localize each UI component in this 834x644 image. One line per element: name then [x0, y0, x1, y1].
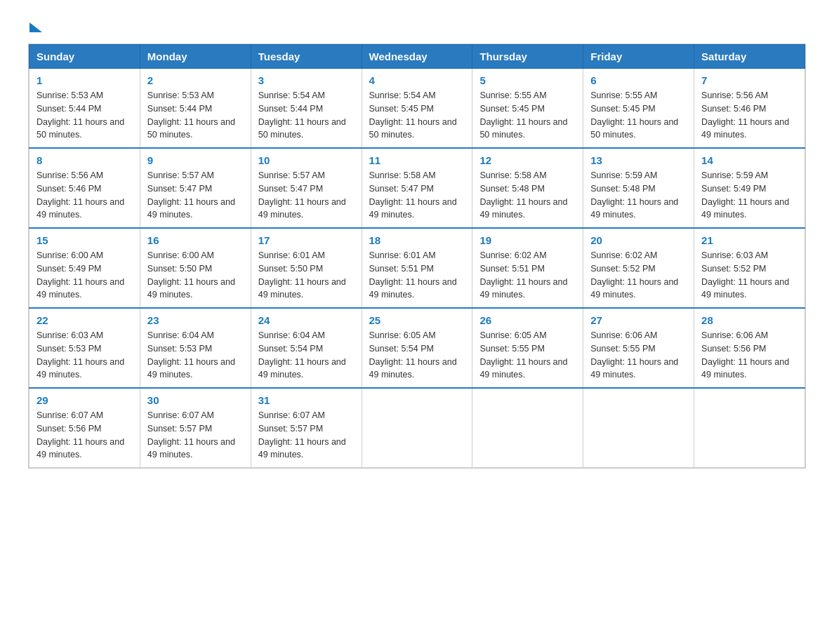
- daylight-label: Daylight: 11 hours and 49 minutes.: [147, 357, 235, 380]
- day-cell: 25 Sunrise: 6:05 AM Sunset: 5:54 PM Dayl…: [362, 308, 472, 388]
- sunset-label: Sunset: 5:48 PM: [479, 184, 544, 194]
- daylight-label: Daylight: 11 hours and 49 minutes.: [369, 197, 457, 220]
- sunrise-label: Sunrise: 5:59 AM: [590, 170, 657, 180]
- sunset-label: Sunset: 5:51 PM: [479, 264, 544, 274]
- day-cell: 16 Sunrise: 6:00 AM Sunset: 5:50 PM Dayl…: [140, 228, 251, 308]
- daylight-label: Daylight: 11 hours and 49 minutes.: [479, 277, 567, 300]
- day-cell: 14 Sunrise: 5:59 AM Sunset: 5:49 PM Dayl…: [694, 148, 805, 228]
- day-info: Sunrise: 6:02 AM Sunset: 5:52 PM Dayligh…: [590, 249, 687, 302]
- daylight-label: Daylight: 11 hours and 50 minutes.: [258, 117, 346, 140]
- day-cell: 5 Sunrise: 5:55 AM Sunset: 5:45 PM Dayli…: [472, 69, 583, 149]
- daylight-label: Daylight: 11 hours and 49 minutes.: [369, 357, 457, 380]
- daylight-label: Daylight: 11 hours and 49 minutes.: [147, 437, 235, 460]
- day-info: Sunrise: 6:03 AM Sunset: 5:52 PM Dayligh…: [701, 249, 797, 302]
- column-header-thursday: Thursday: [472, 45, 583, 69]
- day-cell: 19 Sunrise: 6:02 AM Sunset: 5:51 PM Dayl…: [472, 228, 583, 308]
- day-cell: 21 Sunrise: 6:03 AM Sunset: 5:52 PM Dayl…: [694, 228, 805, 308]
- day-cell: 11 Sunrise: 5:58 AM Sunset: 5:47 PM Dayl…: [362, 148, 472, 228]
- daylight-label: Daylight: 11 hours and 50 minutes.: [369, 117, 457, 140]
- day-info: Sunrise: 5:55 AM Sunset: 5:45 PM Dayligh…: [479, 89, 576, 142]
- day-info: Sunrise: 6:04 AM Sunset: 5:53 PM Dayligh…: [147, 329, 244, 382]
- column-header-monday: Monday: [140, 45, 251, 69]
- daylight-label: Daylight: 11 hours and 49 minutes.: [147, 197, 235, 220]
- day-number: 1: [37, 74, 133, 86]
- day-cell: 12 Sunrise: 5:58 AM Sunset: 5:48 PM Dayl…: [472, 148, 583, 228]
- day-number: 14: [701, 154, 797, 166]
- day-cell: [472, 388, 583, 468]
- daylight-label: Daylight: 11 hours and 49 minutes.: [590, 197, 678, 220]
- sunrise-label: Sunrise: 6:07 AM: [258, 410, 325, 420]
- day-cell: 28 Sunrise: 6:06 AM Sunset: 5:56 PM Dayl…: [694, 308, 805, 388]
- sunset-label: Sunset: 5:56 PM: [37, 424, 101, 434]
- column-header-tuesday: Tuesday: [251, 45, 362, 69]
- day-number: 17: [258, 234, 355, 246]
- sunset-label: Sunset: 5:50 PM: [147, 264, 212, 274]
- sunrise-label: Sunrise: 5:58 AM: [479, 170, 546, 180]
- day-info: Sunrise: 6:06 AM Sunset: 5:55 PM Dayligh…: [590, 329, 687, 382]
- daylight-label: Daylight: 11 hours and 49 minutes.: [147, 277, 235, 300]
- daylight-label: Daylight: 11 hours and 49 minutes.: [479, 357, 567, 380]
- day-number: 13: [590, 154, 687, 166]
- column-header-saturday: Saturday: [694, 45, 805, 69]
- sunset-label: Sunset: 5:47 PM: [258, 184, 323, 194]
- day-number: 6: [590, 74, 687, 86]
- day-number: 26: [479, 314, 576, 326]
- day-cell: 31 Sunrise: 6:07 AM Sunset: 5:57 PM Dayl…: [251, 388, 362, 468]
- sunset-label: Sunset: 5:54 PM: [369, 344, 434, 354]
- day-cell: 3 Sunrise: 5:54 AM Sunset: 5:44 PM Dayli…: [251, 69, 362, 149]
- sunrise-label: Sunrise: 6:02 AM: [479, 250, 546, 260]
- sunrise-label: Sunrise: 5:58 AM: [369, 170, 436, 180]
- day-info: Sunrise: 6:01 AM Sunset: 5:50 PM Dayligh…: [258, 249, 355, 302]
- sunrise-label: Sunrise: 5:59 AM: [701, 170, 768, 180]
- day-number: 18: [369, 234, 465, 246]
- sunset-label: Sunset: 5:55 PM: [479, 344, 544, 354]
- day-info: Sunrise: 6:02 AM Sunset: 5:51 PM Dayligh…: [479, 249, 576, 302]
- sunset-label: Sunset: 5:57 PM: [258, 424, 323, 434]
- daylight-label: Daylight: 11 hours and 49 minutes.: [37, 437, 124, 460]
- day-cell: 18 Sunrise: 6:01 AM Sunset: 5:51 PM Dayl…: [362, 228, 472, 308]
- sunset-label: Sunset: 5:52 PM: [590, 264, 655, 274]
- sunset-label: Sunset: 5:46 PM: [37, 184, 101, 194]
- week-row-2: 8 Sunrise: 5:56 AM Sunset: 5:46 PM Dayli…: [29, 148, 805, 228]
- sunrise-label: Sunrise: 5:57 AM: [258, 170, 325, 180]
- day-info: Sunrise: 5:56 AM Sunset: 5:46 PM Dayligh…: [37, 169, 133, 222]
- week-row-1: 1 Sunrise: 5:53 AM Sunset: 5:44 PM Dayli…: [29, 69, 805, 149]
- daylight-label: Daylight: 11 hours and 49 minutes.: [37, 357, 124, 380]
- day-cell: 8 Sunrise: 5:56 AM Sunset: 5:46 PM Dayli…: [29, 148, 140, 228]
- day-info: Sunrise: 5:57 AM Sunset: 5:47 PM Dayligh…: [147, 169, 244, 222]
- day-number: 22: [37, 314, 133, 326]
- sunrise-label: Sunrise: 6:03 AM: [701, 250, 768, 260]
- sunrise-label: Sunrise: 6:04 AM: [258, 330, 325, 340]
- sunrise-label: Sunrise: 6:06 AM: [590, 330, 657, 340]
- daylight-label: Daylight: 11 hours and 49 minutes.: [369, 277, 457, 300]
- day-info: Sunrise: 5:57 AM Sunset: 5:47 PM Dayligh…: [258, 169, 355, 222]
- calendar: SundayMondayTuesdayWednesdayThursdayFrid…: [28, 43, 806, 469]
- sunrise-label: Sunrise: 6:06 AM: [701, 330, 768, 340]
- day-number: 8: [37, 154, 133, 166]
- day-cell: 4 Sunrise: 5:54 AM Sunset: 5:45 PM Dayli…: [362, 69, 472, 149]
- day-number: 10: [258, 154, 355, 166]
- day-cell: 26 Sunrise: 6:05 AM Sunset: 5:55 PM Dayl…: [472, 308, 583, 388]
- column-header-friday: Friday: [583, 45, 694, 69]
- day-number: 2: [147, 74, 244, 86]
- day-number: 20: [590, 234, 687, 246]
- sunset-label: Sunset: 5:45 PM: [369, 104, 434, 114]
- sunrise-label: Sunrise: 6:05 AM: [369, 330, 436, 340]
- sunset-label: Sunset: 5:47 PM: [369, 184, 434, 194]
- day-cell: [583, 388, 694, 468]
- calendar-header-row: SundayMondayTuesdayWednesdayThursdayFrid…: [29, 45, 805, 69]
- day-cell: 15 Sunrise: 6:00 AM Sunset: 5:49 PM Dayl…: [29, 228, 140, 308]
- day-info: Sunrise: 5:56 AM Sunset: 5:46 PM Dayligh…: [701, 89, 797, 142]
- sunset-label: Sunset: 5:57 PM: [147, 424, 212, 434]
- day-cell: 23 Sunrise: 6:04 AM Sunset: 5:53 PM Dayl…: [140, 308, 251, 388]
- sunset-label: Sunset: 5:51 PM: [369, 264, 434, 274]
- sunrise-label: Sunrise: 6:03 AM: [37, 330, 103, 340]
- daylight-label: Daylight: 11 hours and 49 minutes.: [701, 357, 789, 380]
- daylight-label: Daylight: 11 hours and 49 minutes.: [701, 117, 789, 140]
- sunrise-label: Sunrise: 6:00 AM: [37, 250, 103, 260]
- daylight-label: Daylight: 11 hours and 49 minutes.: [258, 437, 346, 460]
- day-cell: 13 Sunrise: 5:59 AM Sunset: 5:48 PM Dayl…: [583, 148, 694, 228]
- day-number: 19: [479, 234, 576, 246]
- day-cell: 10 Sunrise: 5:57 AM Sunset: 5:47 PM Dayl…: [251, 148, 362, 228]
- sunset-label: Sunset: 5:44 PM: [258, 104, 323, 114]
